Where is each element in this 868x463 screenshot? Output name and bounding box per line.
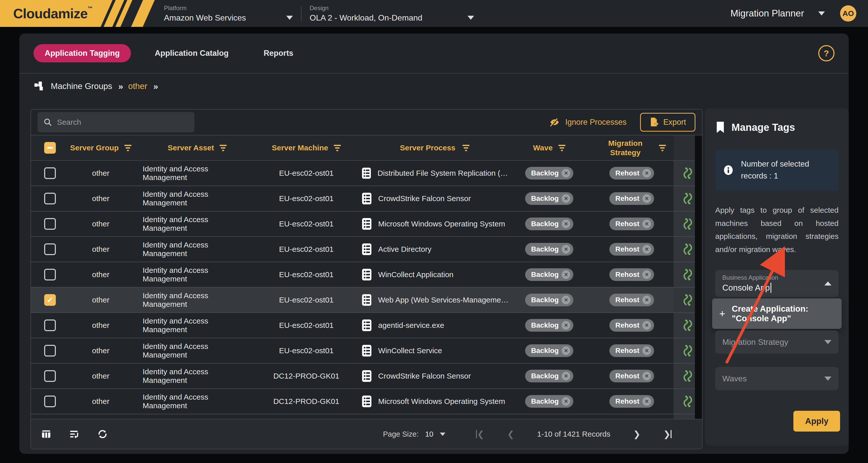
table-row[interactable]: otherIdentity and Access ManagementEU-es… — [31, 211, 702, 237]
filter-icon[interactable] — [124, 145, 131, 151]
tab-application-tagging[interactable]: Application Tagging — [33, 44, 131, 62]
row-checkbox[interactable] — [44, 193, 56, 204]
page-size-control[interactable]: Page Size: 10 — [383, 430, 446, 438]
filter-icon[interactable] — [334, 145, 341, 151]
remove-tag-icon[interactable]: ✕ — [642, 270, 651, 279]
export-button[interactable]: Export — [640, 113, 695, 132]
process-icon — [361, 369, 373, 383]
column-header-migration-strategy[interactable]: Migration Strategy — [590, 138, 674, 158]
column-header-server-machine[interactable]: Server Machine — [252, 143, 361, 153]
search-input[interactable] — [57, 118, 188, 127]
table-row[interactable]: otherIdentity and Access ManagementEU-es… — [31, 237, 702, 262]
remove-tag-icon[interactable]: ✕ — [562, 321, 570, 330]
row-checkbox[interactable] — [44, 243, 56, 255]
remove-tag-icon[interactable]: ✕ — [642, 245, 651, 254]
row-checkbox[interactable]: ✓ — [44, 294, 56, 306]
breadcrumb-root[interactable]: Machine Groups — [51, 81, 112, 91]
migration-strategy-field[interactable]: Migration Strategy — [715, 330, 839, 354]
app-mapping-icon[interactable] — [682, 167, 693, 179]
remove-tag-icon[interactable]: ✕ — [562, 270, 570, 279]
table-row[interactable]: otherIdentity and Access ManagementDC12-… — [31, 389, 702, 414]
search-box[interactable] — [37, 112, 194, 132]
apply-button[interactable]: Apply — [794, 411, 840, 432]
app-mapping-icon[interactable] — [682, 344, 693, 357]
filter-icon[interactable] — [220, 145, 227, 151]
remove-tag-icon[interactable]: ✕ — [562, 194, 570, 203]
wave-tag: Backlog✕ — [525, 167, 574, 179]
strategy-tag: Rehost✕ — [609, 395, 654, 408]
cell-server-machine: EU-esc02-ost01 — [252, 270, 361, 279]
column-header-server-group[interactable]: Server Group — [69, 143, 132, 153]
table-row[interactable]: otherIdentity and Access ManagementEU-es… — [31, 313, 702, 338]
app-mapping-icon[interactable] — [682, 243, 693, 255]
breadcrumb-current[interactable]: other — [128, 81, 147, 91]
row-checkbox[interactable] — [44, 370, 56, 382]
row-checkbox[interactable] — [44, 345, 56, 357]
first-page-button[interactable]: ❮ — [476, 429, 484, 439]
next-page-button[interactable]: ❯ — [633, 429, 641, 439]
remove-tag-icon[interactable]: ✕ — [642, 397, 651, 406]
filter-icon[interactable] — [558, 145, 565, 151]
design-select[interactable]: Design OLA 2 - Workload, On-Demand — [303, 0, 481, 27]
column-header-server-asset[interactable]: Server Asset — [132, 143, 252, 153]
table-row[interactable]: otherIdentity and Access ManagementEU-es… — [31, 161, 702, 186]
prev-page-button[interactable]: ❮ — [507, 429, 515, 439]
platform-select[interactable]: Platform Amazon Web Services — [157, 0, 300, 27]
remove-tag-icon[interactable]: ✕ — [642, 346, 651, 355]
remove-tag-icon[interactable]: ✕ — [562, 397, 570, 406]
tab-application-catalog[interactable]: Application Catalog — [144, 44, 240, 62]
table-row[interactable]: otherIdentity and Access ManagementEU-es… — [31, 186, 702, 211]
row-checkbox[interactable] — [44, 218, 56, 230]
table-row[interactable]: otherIdentity and Access ManagementEU-es… — [31, 262, 702, 288]
app-mapping-icon[interactable] — [682, 370, 693, 382]
row-checkbox[interactable] — [44, 269, 56, 280]
remove-tag-icon[interactable]: ✕ — [562, 220, 570, 228]
table-row[interactable]: otherIdentity and Access ManagementEU-es… — [31, 338, 702, 364]
remove-tag-icon[interactable]: ✕ — [642, 372, 651, 381]
last-page-button[interactable]: ❯ — [663, 429, 672, 439]
refresh-icon[interactable] — [97, 429, 107, 439]
app-mapping-icon[interactable] — [682, 294, 693, 306]
filter-icon[interactable] — [462, 145, 469, 151]
table-row[interactable]: ✓otherIdentity and Access ManagementEU-e… — [31, 288, 702, 313]
avatar[interactable]: AO — [840, 5, 856, 22]
business-application-field[interactable]: Business Application Console App — [715, 270, 839, 297]
row-checkbox[interactable] — [44, 167, 56, 179]
remove-tag-icon[interactable]: ✕ — [562, 346, 570, 355]
cell-server-asset: Identity and Access Management — [132, 215, 252, 233]
remove-tag-icon[interactable]: ✕ — [562, 372, 570, 381]
app-mapping-icon[interactable] — [682, 218, 693, 230]
ignore-processes-button[interactable]: Ignore Processes — [549, 117, 626, 127]
remove-tag-icon[interactable]: ✕ — [562, 245, 570, 254]
cell-server-asset: Identity and Access Management — [132, 367, 252, 385]
waves-field[interactable]: Waves — [715, 367, 839, 390]
help-button[interactable]: ? — [818, 45, 835, 61]
row-checkbox[interactable] — [44, 396, 56, 407]
wave-tag: Backlog✕ — [525, 268, 574, 281]
remove-tag-icon[interactable]: ✕ — [562, 169, 570, 177]
clear-filters-icon[interactable] — [69, 429, 80, 439]
remove-tag-icon[interactable]: ✕ — [642, 169, 651, 177]
columns-icon[interactable] — [41, 429, 51, 439]
remove-tag-icon[interactable]: ✕ — [642, 321, 651, 330]
wave-tag: Backlog✕ — [525, 218, 574, 230]
remove-tag-icon[interactable]: ✕ — [642, 220, 651, 228]
remove-tag-icon[interactable]: ✕ — [642, 296, 651, 304]
select-all-checkbox[interactable] — [44, 142, 56, 154]
remove-tag-icon[interactable]: ✕ — [562, 296, 570, 304]
app-mapping-icon[interactable] — [682, 268, 693, 281]
migration-planner-menu[interactable]: Migration Planner — [731, 8, 825, 19]
column-header-server-process[interactable]: Server Process — [361, 143, 508, 153]
create-application-option[interactable]: + Create Application: "Console App" — [712, 298, 842, 329]
table-row[interactable]: otherIdentity and Access ManagementDC12-… — [31, 364, 702, 389]
strategy-tag: Rehost✕ — [609, 319, 654, 332]
app-mapping-icon[interactable] — [682, 395, 693, 407]
tab-reports[interactable]: Reports — [252, 44, 305, 62]
filter-icon[interactable] — [659, 145, 666, 151]
app-mapping-icon[interactable] — [682, 319, 693, 331]
remove-tag-icon[interactable]: ✕ — [642, 194, 651, 203]
row-checkbox[interactable] — [44, 320, 56, 331]
table-scrollbar[interactable] — [695, 135, 702, 419]
app-mapping-icon[interactable] — [682, 193, 693, 205]
column-header-wave[interactable]: Wave — [508, 143, 590, 153]
